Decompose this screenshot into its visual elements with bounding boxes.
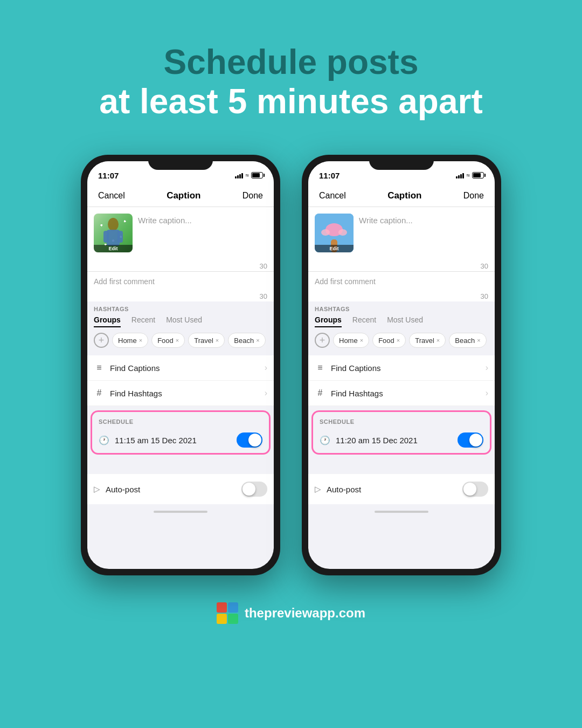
chevron-captions-right: ›	[486, 363, 488, 373]
chip-travel-right[interactable]: Travel×	[409, 333, 446, 348]
comment-placeholder-left: Add first comment	[94, 277, 155, 286]
captions-icon-left: ≡	[94, 363, 105, 373]
footer: thepreviewapp.com	[217, 602, 365, 624]
logo-quad-yellow	[217, 614, 227, 624]
thumbnail-right: Edit	[315, 214, 354, 252]
comment-count-right: 30	[308, 291, 495, 301]
autopost-toggle-right[interactable]	[462, 482, 488, 497]
status-icons-right: ≈	[456, 171, 484, 179]
tab-groups-left[interactable]: Groups	[94, 315, 121, 327]
chip-add-right[interactable]: +	[315, 333, 330, 348]
hashtags-label-left: HASHTAGS	[94, 306, 267, 312]
caption-input-right[interactable]: Write caption...	[359, 214, 488, 255]
bar3	[239, 174, 241, 178]
schedule-time-left[interactable]: 11:15 am 15 Dec 2021	[115, 436, 197, 445]
battery-fill-left	[252, 173, 260, 177]
bar3r	[460, 174, 462, 178]
hashtags-menu-label-right: Find Hashtags	[331, 389, 383, 398]
status-icons-left: ≈	[235, 171, 263, 179]
toggle-left[interactable]	[237, 432, 262, 448]
partial-row-left	[87, 456, 274, 472]
svg-point-6	[321, 229, 330, 236]
autopost-row-right: ▷ Auto-post	[308, 474, 495, 504]
schedule-row-left: 🕐 11:15 am 15 Dec 2021	[92, 428, 269, 453]
chevron-hashtags-left: ›	[265, 388, 267, 398]
nav-title-left: Caption	[167, 190, 200, 201]
autopost-label-left: Auto-post	[106, 485, 140, 494]
signal-left	[235, 172, 243, 178]
find-hashtags-right[interactable]: # Find Hashtags ›	[308, 381, 495, 406]
wifi-icon-right: ≈	[466, 171, 470, 179]
screen-left: 11:07 ≈	[87, 161, 274, 569]
char-count-left: 30	[87, 261, 274, 271]
chip-home-left[interactable]: Home×	[112, 333, 148, 348]
schedule-label-row-right: SCHEDULE	[313, 412, 490, 428]
schedule-highlight-right: SCHEDULE 🕐 11:20 am 15 Dec 2021	[311, 410, 491, 455]
tab-mostused-left[interactable]: Most Used	[166, 315, 202, 327]
battery-right	[472, 172, 484, 178]
brand-text: thepreviewapp.com	[245, 606, 365, 621]
chip-beach-right[interactable]: Beach×	[449, 333, 486, 348]
comment-area-right[interactable]: Add first comment	[308, 271, 495, 291]
home-bar-right	[375, 511, 428, 513]
done-button-left[interactable]: Done	[242, 191, 263, 201]
autopost-section-right: ▷ Auto-post	[308, 474, 495, 504]
caption-input-left[interactable]: Write caption...	[138, 214, 267, 255]
logo-icon	[217, 602, 238, 624]
home-indicator-right	[308, 504, 495, 519]
autopost-label-right: Auto-post	[327, 485, 361, 494]
captions-label-left: Find Captions	[110, 363, 160, 373]
chip-food-right[interactable]: Food×	[372, 333, 406, 348]
hashtag-tabs-left: Groups Recent Most Used	[94, 315, 267, 327]
chip-beach-left[interactable]: Beach×	[228, 333, 265, 348]
comment-placeholder-right: Add first comment	[315, 277, 376, 286]
home-bar-left	[154, 511, 207, 513]
caption-area-left: Edit Write caption...	[87, 207, 274, 261]
chip-travel-left[interactable]: Travel×	[188, 333, 225, 348]
chevron-hashtags-right: ›	[486, 388, 488, 398]
schedule-wrapper-right: SCHEDULE 🕐 11:20 am 15 Dec 2021	[308, 408, 495, 456]
cancel-button-left[interactable]: Cancel	[98, 191, 125, 201]
schedule-highlight-left: SCHEDULE 🕐 11:15 am 15 Dec 2021	[91, 410, 271, 455]
toggle-right[interactable]	[458, 432, 483, 448]
cancel-button-right[interactable]: Cancel	[319, 191, 346, 201]
captions-label-right: Find Captions	[331, 363, 381, 373]
nav-title-right: Caption	[387, 190, 421, 201]
find-captions-left[interactable]: ≡ Find Captions ›	[87, 355, 274, 381]
battery-fill-right	[473, 173, 481, 177]
tab-groups-right[interactable]: Groups	[315, 315, 342, 327]
find-hashtags-left[interactable]: # Find Hashtags ›	[87, 381, 274, 406]
header-section: Schedule posts at least 5 minutes apart	[99, 43, 482, 122]
notch-right	[369, 155, 434, 170]
schedule-time-right[interactable]: 11:20 am 15 Dec 2021	[336, 436, 418, 445]
schedule-left-right: 🕐 11:20 am 15 Dec 2021	[320, 435, 418, 445]
done-button-right[interactable]: Done	[463, 191, 484, 201]
hashtags-icon-right: #	[315, 388, 325, 398]
home-indicator-left	[87, 504, 274, 519]
signal-right	[456, 172, 464, 178]
battery-left	[251, 172, 263, 178]
bar2r	[458, 175, 460, 178]
chip-add-left[interactable]: +	[94, 333, 109, 348]
hashtags-menu-label-left: Find Hashtags	[110, 389, 162, 398]
svg-point-7	[338, 229, 347, 236]
autopost-toggle-left[interactable]	[241, 482, 267, 497]
clock-icon-right: 🕐	[320, 435, 330, 445]
send-icon-left: ▷	[94, 484, 100, 494]
hashtags-label-right: HASHTAGS	[315, 306, 488, 312]
chip-food-left[interactable]: Food×	[151, 333, 185, 348]
chip-home-right[interactable]: Home×	[333, 333, 369, 348]
tab-recent-right[interactable]: Recent	[352, 315, 376, 327]
send-icon-right: ▷	[315, 484, 321, 494]
phone-left-wrapper: 11:07 ≈	[81, 155, 280, 575]
comment-area-left[interactable]: Add first comment	[87, 271, 274, 291]
schedule-label-row-left: SCHEDULE	[92, 412, 269, 428]
edit-label-left[interactable]: Edit	[94, 245, 133, 252]
edit-label-right[interactable]: Edit	[315, 245, 354, 252]
chips-left: + Home× Food× Travel× Beach×	[94, 333, 267, 348]
schedule-label-left: SCHEDULE	[99, 418, 134, 425]
tab-mostused-right[interactable]: Most Used	[387, 315, 423, 327]
hashtags-icon-left: #	[94, 388, 105, 398]
find-captions-right[interactable]: ≡ Find Captions ›	[308, 355, 495, 381]
tab-recent-left[interactable]: Recent	[131, 315, 155, 327]
